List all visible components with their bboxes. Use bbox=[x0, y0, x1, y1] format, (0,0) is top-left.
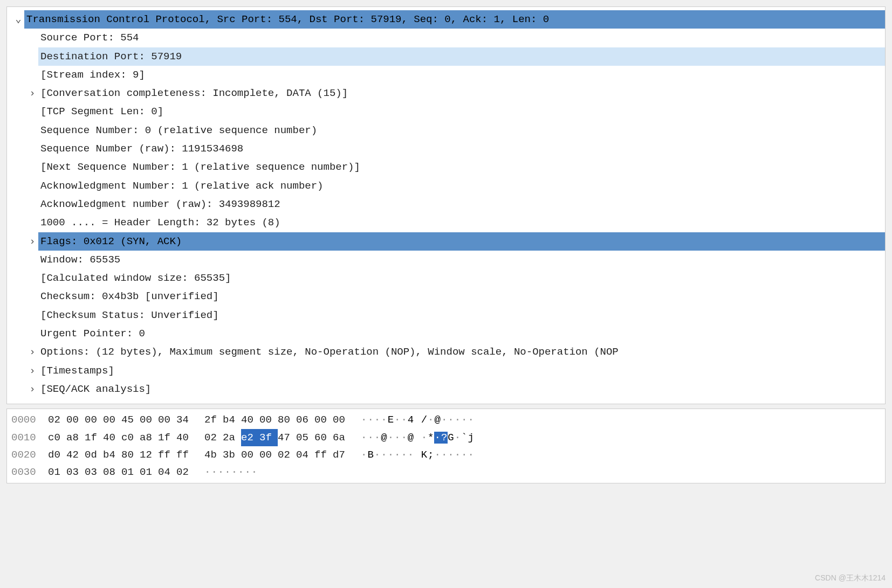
hex-byte[interactable]: 02 bbox=[204, 429, 223, 446]
chevron-right-icon[interactable]: › bbox=[26, 381, 38, 398]
sequence-number-raw-row[interactable]: Sequence Number (raw): 1191534698 bbox=[7, 140, 885, 158]
hex-ascii: ········ bbox=[204, 464, 258, 481]
hex-byte[interactable]: 1f bbox=[158, 429, 176, 446]
hex-byte[interactable]: 3b bbox=[223, 446, 241, 464]
hex-byte[interactable]: 40 bbox=[176, 429, 195, 446]
hex-byte[interactable]: 00 bbox=[140, 411, 158, 428]
chevron-down-icon[interactable]: ⌄ bbox=[12, 11, 24, 28]
ack-number-row[interactable]: Acknowledgment Number: 1 (relative ack n… bbox=[7, 177, 885, 195]
hex-byte[interactable]: 34 bbox=[176, 411, 195, 428]
hex-byte[interactable]: 0d bbox=[85, 446, 103, 464]
window-row[interactable]: Window: 65535 bbox=[7, 251, 885, 269]
hex-byte[interactable]: 00 bbox=[314, 411, 333, 428]
field-value: Checksum: 0x4b3b [unverified] bbox=[38, 287, 885, 306]
hex-byte[interactable]: ff bbox=[158, 446, 176, 464]
hex-byte[interactable]: 01 bbox=[48, 464, 66, 481]
flags-row[interactable]: › Flags: 0x012 (SYN, ACK) bbox=[7, 232, 885, 251]
field-value: Options: (12 bytes), Maximum segment siz… bbox=[38, 343, 885, 361]
source-port-row[interactable]: Source Port: 554 bbox=[7, 29, 885, 47]
checksum-status-row[interactable]: [Checksum Status: Unverified] bbox=[7, 306, 885, 324]
hex-byte[interactable]: 00 bbox=[259, 446, 278, 464]
checksum-row[interactable]: Checksum: 0x4b3b [unverified] bbox=[7, 287, 885, 306]
tcp-header-row[interactable]: ⌄ Transmission Control Protocol, Src Por… bbox=[7, 10, 885, 29]
hex-byte[interactable]: 1f bbox=[85, 429, 103, 446]
hex-byte[interactable]: ff bbox=[176, 446, 195, 464]
hex-byte[interactable]: 60 bbox=[314, 429, 333, 446]
field-value: Urgent Pointer: 0 bbox=[38, 324, 885, 343]
field-value: [SEQ/ACK analysis] bbox=[38, 380, 885, 398]
hex-byte[interactable]: 05 bbox=[296, 429, 314, 446]
field-value: [Conversation completeness: Incomplete, … bbox=[38, 84, 885, 102]
hex-byte[interactable]: 00 bbox=[158, 411, 176, 428]
hex-row[interactable]: 0020d0420db48012ffff4b3b00000204ffd7·B··… bbox=[11, 446, 881, 464]
stream-index-row[interactable]: [Stream index: 9] bbox=[7, 66, 885, 84]
hex-byte[interactable]: 3f bbox=[259, 429, 278, 446]
hex-byte[interactable]: ff bbox=[314, 446, 333, 464]
hex-byte[interactable]: d7 bbox=[333, 446, 351, 464]
hex-byte[interactable]: 2f bbox=[204, 411, 223, 428]
urgent-pointer-row[interactable]: Urgent Pointer: 0 bbox=[7, 324, 885, 343]
sequence-number-row[interactable]: Sequence Number: 0 (relative sequence nu… bbox=[7, 121, 885, 140]
hex-byte[interactable]: 06 bbox=[296, 411, 314, 428]
hex-byte[interactable]: e2 bbox=[241, 429, 259, 446]
hex-bytes: 02000000450000342fb4400080060000 bbox=[48, 411, 351, 428]
hex-dump-pane[interactable]: 000002000000450000342fb4400080060000····… bbox=[6, 409, 886, 483]
hex-byte[interactable]: c0 bbox=[48, 429, 66, 446]
chevron-right-icon[interactable]: › bbox=[26, 233, 38, 250]
hex-row[interactable]: 0010c0a81f40c0a81f40022ae23f4705606a···@… bbox=[11, 429, 881, 446]
hex-byte[interactable]: 80 bbox=[278, 411, 296, 428]
hex-byte[interactable]: 42 bbox=[66, 446, 85, 464]
dest-port-row[interactable]: Destination Port: 57919 bbox=[7, 47, 885, 66]
hex-byte[interactable]: 08 bbox=[103, 464, 121, 481]
hex-byte[interactable]: 04 bbox=[296, 446, 314, 464]
hex-byte[interactable]: 40 bbox=[241, 411, 259, 428]
hex-byte[interactable]: 00 bbox=[333, 411, 351, 428]
timestamps-row[interactable]: › [Timestamps] bbox=[7, 362, 885, 380]
calc-window-row[interactable]: [Calculated window size: 65535] bbox=[7, 269, 885, 287]
hex-byte[interactable]: 02 bbox=[278, 446, 296, 464]
hex-byte[interactable]: 00 bbox=[259, 411, 278, 428]
hex-ascii: ·B······ K;······ bbox=[361, 446, 475, 464]
hex-byte[interactable]: 00 bbox=[241, 446, 259, 464]
packet-details-pane[interactable]: ⌄ Transmission Control Protocol, Src Por… bbox=[6, 6, 886, 404]
chevron-right-icon[interactable]: › bbox=[26, 362, 38, 379]
hex-byte[interactable]: 2a bbox=[223, 429, 241, 446]
options-row[interactable]: › Options: (12 bytes), Maximum segment s… bbox=[7, 343, 885, 361]
hex-byte[interactable]: 01 bbox=[121, 464, 140, 481]
hex-byte[interactable]: 03 bbox=[85, 464, 103, 481]
hex-byte[interactable]: 00 bbox=[103, 411, 121, 428]
header-length-row[interactable]: 1000 .... = Header Length: 32 bytes (8) bbox=[7, 213, 885, 232]
hex-byte[interactable]: 6a bbox=[333, 429, 351, 446]
hex-byte[interactable]: 45 bbox=[121, 411, 140, 428]
hex-byte[interactable]: 40 bbox=[103, 429, 121, 446]
hex-byte[interactable]: 47 bbox=[278, 429, 296, 446]
chevron-right-icon[interactable]: › bbox=[26, 343, 38, 361]
hex-byte[interactable]: 01 bbox=[140, 464, 158, 481]
hex-byte[interactable]: 4b bbox=[204, 446, 223, 464]
hex-byte[interactable]: b4 bbox=[103, 446, 121, 464]
hex-byte[interactable]: b4 bbox=[223, 411, 241, 428]
field-value: Flags: 0x012 (SYN, ACK) bbox=[38, 232, 885, 251]
hex-byte[interactable]: 80 bbox=[121, 446, 140, 464]
hex-byte[interactable]: c0 bbox=[121, 429, 140, 446]
hex-byte[interactable]: a8 bbox=[66, 429, 85, 446]
conversation-completeness-row[interactable]: › [Conversation completeness: Incomplete… bbox=[7, 84, 885, 102]
hex-byte[interactable]: 04 bbox=[158, 464, 176, 481]
ack-number-raw-row[interactable]: Acknowledgment number (raw): 3493989812 bbox=[7, 195, 885, 213]
field-value: [Stream index: 9] bbox=[38, 66, 885, 84]
tcp-segment-len-row[interactable]: [TCP Segment Len: 0] bbox=[7, 102, 885, 121]
field-value: Sequence Number (raw): 1191534698 bbox=[38, 140, 885, 158]
hex-row[interactable]: 000002000000450000342fb4400080060000····… bbox=[11, 411, 881, 428]
next-sequence-row[interactable]: [Next Sequence Number: 1 (relative seque… bbox=[7, 158, 885, 176]
hex-byte[interactable]: 00 bbox=[85, 411, 103, 428]
hex-row[interactable]: 00300103030801010402········ bbox=[11, 464, 881, 481]
hex-byte[interactable]: 00 bbox=[66, 411, 85, 428]
chevron-right-icon[interactable]: › bbox=[26, 85, 38, 102]
hex-byte[interactable]: 12 bbox=[140, 446, 158, 464]
seq-ack-analysis-row[interactable]: › [SEQ/ACK analysis] bbox=[7, 380, 885, 398]
hex-byte[interactable]: a8 bbox=[140, 429, 158, 446]
hex-byte[interactable]: d0 bbox=[48, 446, 66, 464]
hex-byte[interactable]: 03 bbox=[66, 464, 85, 481]
hex-byte[interactable]: 02 bbox=[48, 411, 66, 428]
hex-byte[interactable]: 02 bbox=[176, 464, 195, 481]
